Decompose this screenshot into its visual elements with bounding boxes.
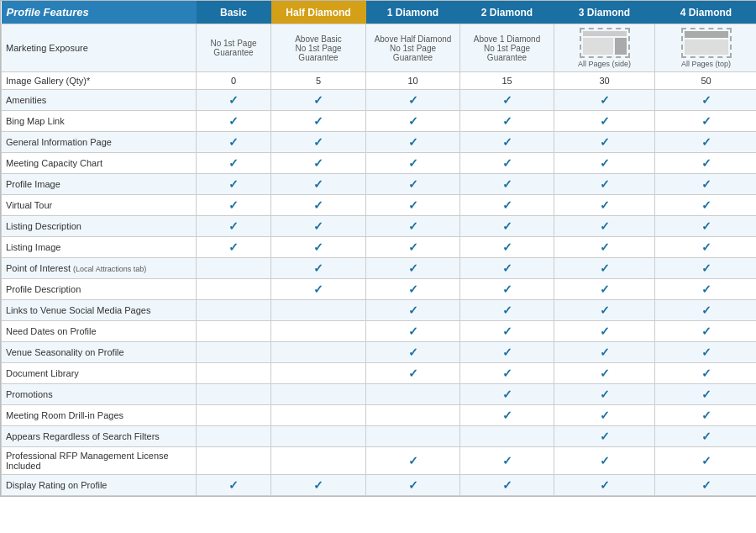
check-icon: ✓	[408, 93, 418, 107]
check-icon: ✓	[228, 198, 239, 212]
feature-cell: Venue Seasonality on Profile	[2, 342, 197, 363]
feature-cell: Image Gallery (Qty)*	[2, 72, 197, 90]
check-icon: ✓	[701, 177, 711, 191]
one_diamond-cell: ✓	[366, 258, 460, 279]
four_diamond-cell: ✓	[655, 426, 757, 447]
check-icon: ✓	[408, 261, 418, 275]
table-row: Image Gallery (Qty)*0510153050	[2, 72, 757, 90]
four_diamond-cell: ✓	[655, 279, 757, 300]
three_diamond-cell: ✓	[554, 426, 655, 447]
check-icon: ✓	[600, 454, 610, 467]
half-diamond-column-header: Half Diamond	[271, 1, 366, 24]
check-icon: ✓	[701, 156, 711, 170]
check-icon: ✓	[701, 325, 711, 338]
one_diamond-cell: ✓	[366, 279, 460, 300]
one_diamond-cell: ✓	[366, 216, 460, 237]
two_diamond-cell: ✓	[460, 363, 554, 384]
feature-cell: Profile Image	[2, 174, 197, 195]
check-icon: ✓	[701, 303, 711, 317]
two_diamond-cell: ✓	[460, 258, 554, 279]
check-icon: ✓	[408, 478, 418, 492]
half_diamond-cell: ✓	[271, 111, 366, 132]
check-icon: ✓	[502, 454, 512, 467]
basic-cell: ✓	[197, 237, 271, 258]
check-icon: ✓	[701, 240, 711, 254]
basic-cell	[197, 342, 271, 363]
four_diamond-cell: ✓	[655, 363, 757, 384]
one_diamond-cell: ✓	[366, 475, 460, 496]
check-icon: ✓	[408, 282, 418, 296]
four-diamond-column-header: 4 Diamond	[655, 1, 757, 24]
four_diamond-cell: ✓	[655, 447, 757, 475]
one_diamond-cell: ✓	[366, 132, 460, 153]
four_diamond-cell: ✓	[655, 384, 757, 405]
half_diamond-cell: ✓	[271, 216, 366, 237]
one_diamond-cell: ✓	[366, 300, 460, 321]
feature-cell: Amenities	[2, 90, 197, 111]
table-row: Point of Interest (Local Attractions tab…	[2, 258, 757, 279]
top-banner-icon: All Pages (top)	[659, 28, 753, 68]
check-icon: ✓	[502, 93, 512, 107]
check-icon: ✓	[228, 240, 239, 254]
check-icon: ✓	[313, 177, 323, 191]
check-icon: ✓	[502, 135, 512, 149]
one_diamond-cell: 10	[366, 72, 460, 90]
basic-column-header: Basic	[197, 1, 271, 24]
four_diamond-cell: ✓	[655, 321, 757, 342]
four_diamond-cell: ✓	[655, 475, 757, 496]
check-icon: ✓	[502, 156, 512, 170]
check-icon: ✓	[600, 388, 610, 401]
four_diamond-cell: ✓	[655, 132, 757, 153]
check-icon: ✓	[408, 135, 418, 149]
marketing-one-diamond-cell: Above Half Diamond No 1st Page Guarantee	[366, 24, 460, 72]
one_diamond-cell: ✓	[366, 363, 460, 384]
four_diamond-cell: ✓	[655, 237, 757, 258]
check-icon: ✓	[313, 114, 323, 128]
feature-cell: Listing Description	[2, 216, 197, 237]
check-icon: ✓	[313, 135, 323, 149]
check-icon: ✓	[408, 454, 418, 467]
table-row: Profile Description✓✓✓✓✓	[2, 279, 757, 300]
half_diamond-cell	[271, 447, 366, 475]
two_diamond-cell: ✓	[460, 475, 554, 496]
one_diamond-cell: ✓	[366, 174, 460, 195]
marketing-row: Marketing Exposure No 1st Page Guarantee…	[2, 24, 757, 72]
side-banner-icon: All Pages (side)	[559, 28, 650, 68]
three_diamond-cell: ✓	[554, 475, 655, 496]
basic-cell	[197, 258, 271, 279]
basic-cell: ✓	[197, 132, 271, 153]
check-icon: ✓	[600, 198, 610, 212]
half_diamond-cell: ✓	[271, 90, 366, 111]
two_diamond-cell: ✓	[460, 405, 554, 426]
check-icon: ✓	[313, 156, 323, 170]
marketing-two-diamond-cell: Above 1 Diamond No 1st Page Guarantee	[460, 24, 554, 72]
feature-cell: Virtual Tour	[2, 195, 197, 216]
two_diamond-cell: ✓	[460, 237, 554, 258]
check-icon: ✓	[600, 303, 610, 317]
three_diamond-cell: ✓	[554, 447, 655, 475]
check-icon: ✓	[502, 219, 512, 233]
check-icon: ✓	[313, 261, 323, 275]
two_diamond-cell: ✓	[460, 195, 554, 216]
basic-cell: ✓	[197, 174, 271, 195]
marketing-three-diamond-cell: All Pages (side)	[554, 24, 655, 72]
check-icon: ✓	[502, 409, 512, 422]
feature-cell: Bing Map Link	[2, 111, 197, 132]
three_diamond-cell: ✓	[554, 90, 655, 111]
table-row: Virtual Tour✓✓✓✓✓✓	[2, 195, 757, 216]
feature-cell: General Information Page	[2, 132, 197, 153]
table-row: Promotions✓✓✓	[2, 384, 757, 405]
feature-cell: Point of Interest (Local Attractions tab…	[2, 258, 197, 279]
basic-cell: ✓	[197, 216, 271, 237]
three_diamond-cell: ✓	[554, 174, 655, 195]
two_diamond-cell: ✓	[460, 447, 554, 475]
four_diamond-cell: ✓	[655, 216, 757, 237]
check-icon: ✓	[228, 93, 239, 107]
check-icon: ✓	[701, 261, 711, 275]
basic-cell: ✓	[197, 475, 271, 496]
check-icon: ✓	[600, 114, 610, 128]
check-icon: ✓	[228, 114, 239, 128]
table-row: Listing Image✓✓✓✓✓✓	[2, 237, 757, 258]
check-icon: ✓	[228, 219, 239, 233]
feature-cell: Profile Description	[2, 279, 197, 300]
